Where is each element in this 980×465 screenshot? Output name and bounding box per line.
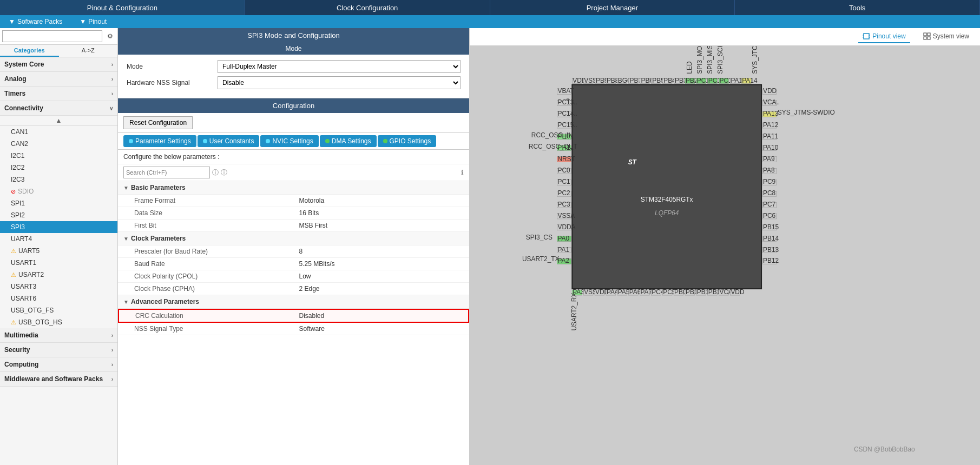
sidebar-item-spi1[interactable]: SPI1 (0, 197, 117, 209)
pin-label-spi3sck: SPI3_SCK (716, 46, 724, 74)
config-tabs: Parameter Settings User Constants NVIC S… (118, 133, 469, 150)
pin-text-pc8: PC8 (763, 189, 776, 197)
arrow-icon: ▼ (9, 18, 15, 25)
mode-select-mode[interactable]: Full-Duplex Master (218, 60, 461, 73)
param-cpol: Clock Polarity (CPOL) Low (118, 270, 469, 283)
group-header-system-core[interactable]: System Core › (0, 57, 117, 72)
sidebar-item-spi2[interactable]: SPI2 (0, 209, 117, 221)
triangle-icon: ▼ (123, 299, 129, 305)
pin-text-pa0: PA0 (557, 235, 569, 242)
reset-config-button[interactable]: Reset Configuration (123, 116, 193, 129)
pin-text-pa14: PA14 (742, 77, 758, 84)
pin-label-jtck: SYS_JTCK-SWCLK (751, 46, 759, 74)
tab-categories[interactable]: Categories (0, 45, 59, 57)
label-rcc-osc-out: RCC_OSC_OUT (529, 143, 577, 150)
label-spi3cs: SPI3_CS (526, 234, 553, 241)
nav-pinout[interactable]: Pinout & Configuration (0, 0, 245, 15)
sidebar-item-usart1[interactable]: USART1 (0, 257, 117, 269)
section-header-clock[interactable]: ▼ Clock Parameters (118, 232, 469, 245)
pin-text-pb0: PB0 (674, 288, 687, 296)
tab-system-view[interactable]: System view (919, 30, 974, 43)
svg-rect-7 (924, 37, 926, 39)
sidebar-item-uart4[interactable]: UART4 (0, 233, 117, 245)
sidebar-item-usart6[interactable]: USART6 (0, 293, 117, 304)
sidebar-item-usart3[interactable]: USART3 (0, 281, 117, 293)
subnav-pinout[interactable]: ▼ Pinout (71, 15, 115, 28)
group-timers: Timers › (0, 87, 117, 101)
sidebar-item-usb-otg-hs[interactable]: USB_OTG_HS (0, 316, 117, 328)
label-rcc-osc-in: RCC_OSC_IN (531, 131, 573, 139)
group-header-security[interactable]: Security › (0, 343, 117, 357)
info-icon[interactable]: ⓘ (212, 168, 219, 177)
param-crc-calc: CRC Calculation Disabled (118, 309, 469, 323)
right-panel: Pinout view System view LED SPI3_MOSI SP… (470, 28, 980, 465)
tab-dma-settings[interactable]: DMA Settings (320, 135, 377, 147)
pin-text-pa4: PA4 (607, 288, 619, 296)
pin-text-pb2: PB2 (686, 77, 698, 84)
nss-select[interactable]: Disable (218, 76, 461, 89)
chip-name: STM32F405RGTx (641, 196, 693, 203)
tab-az[interactable]: A->Z (59, 45, 118, 57)
pin-label-usart2rx: USART2_RX (570, 293, 578, 331)
tab-dot-icon (383, 139, 387, 143)
pin-label-spi3miso: SPI3_MISO (706, 46, 714, 74)
params-search-input[interactable] (123, 167, 210, 178)
sidebar-item-spi3[interactable]: SPI3 (0, 221, 117, 233)
tab-gpio-settings[interactable]: GPIO Settings (378, 135, 437, 147)
config-toolbar: Reset Configuration (118, 113, 469, 133)
tab-pinout-view[interactable]: Pinout view (858, 30, 910, 43)
sidebar-item-sdio[interactable]: SDIO (0, 185, 117, 197)
group-header-multimedia[interactable]: Multimedia › (0, 328, 117, 343)
tab-dot-icon (325, 139, 330, 143)
pin-text-pa1: PA1 (557, 246, 569, 254)
pin-text-pa6: PA6 (629, 288, 641, 296)
sidebar-item-uart5[interactable]: UART5 (0, 245, 117, 257)
group-header-middleware[interactable]: Middleware and Software Packs › (0, 372, 117, 387)
group-header-connectivity[interactable]: Connectivity ∨ (0, 101, 117, 116)
pin-text-pc6: PC6 (763, 212, 776, 220)
right-header: Pinout view System view (470, 28, 980, 46)
nav-tools[interactable]: Tools (735, 0, 980, 15)
svg-rect-6 (928, 33, 930, 36)
info-icon-3[interactable]: ℹ (461, 169, 464, 176)
group-middleware: Middleware and Software Packs › (0, 372, 117, 387)
sidebar-item-can1[interactable]: CAN1 (0, 126, 117, 138)
section-header-advanced[interactable]: ▼ Advanced Parameters (118, 295, 469, 309)
sidebar-search-input[interactable] (2, 30, 102, 42)
pin-text-pc15: PC15.. (557, 121, 577, 129)
pin-text-pa8: PA8 (763, 167, 775, 174)
subnav-software-packs[interactable]: ▼ Software Packs (0, 15, 71, 28)
nav-clock[interactable]: Clock Configuration (245, 0, 490, 15)
pin-text-pc9: PC9 (763, 178, 776, 185)
sidebar-item-i2c3[interactable]: I2C3 (0, 174, 117, 185)
group-header-timers[interactable]: Timers › (0, 87, 117, 101)
pin-text-pa5: PA5 (618, 288, 630, 296)
sidebar-item-usb-otg-fs[interactable]: USB_OTG_FS (0, 304, 117, 316)
param-nss-signal: NSS Signal Type Software (118, 323, 469, 335)
middle-panel: SPI3 Mode and Configuration Mode Mode Fu… (118, 28, 470, 465)
info-icon-2[interactable]: ⓘ (221, 168, 227, 177)
tab-nvic-settings[interactable]: NVIC Settings (260, 135, 318, 147)
sidebar-item-i2c1[interactable]: I2C1 (0, 150, 117, 162)
group-header-analog[interactable]: Analog › (0, 72, 117, 87)
sidebar-item-i2c2[interactable]: I2C2 (0, 162, 117, 174)
group-header-computing[interactable]: Computing › (0, 357, 117, 372)
tab-user-constants[interactable]: User Constants (198, 135, 260, 147)
tab-parameter-settings[interactable]: Parameter Settings (123, 135, 196, 147)
params-search-row: ⓘ ⓘ ℹ (118, 164, 469, 181)
sidebar-item-can2[interactable]: CAN2 (0, 138, 117, 150)
gear-icon[interactable]: ⚙ (104, 31, 115, 42)
pin-text-pb15: PB15 (763, 223, 779, 231)
mode-header: Mode (118, 43, 469, 55)
watermark: CSDN @BobBobBao (854, 446, 915, 453)
params-header: Configure the below parameters : (118, 150, 469, 164)
pin-text-pb8: PB8 (607, 77, 619, 84)
system-icon (923, 32, 931, 40)
scroll-up-arrow[interactable]: ▲ (0, 116, 117, 126)
pin-text-vdd-r: VDD (763, 87, 777, 95)
group-analog: Analog › (0, 72, 117, 87)
sidebar-list: System Core › Analog › Timers › (0, 57, 117, 465)
sidebar-item-usart2[interactable]: USART2 (0, 269, 117, 281)
nav-project[interactable]: Project Manager (490, 0, 735, 15)
section-header-basic[interactable]: ▼ Basic Parameters (118, 181, 469, 195)
